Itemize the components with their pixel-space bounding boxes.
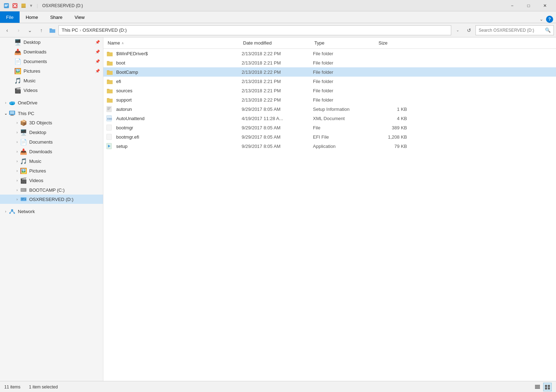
tab-view[interactable]: View xyxy=(68,11,91,23)
sidebar-item-downloads-thispc[interactable]: › 📥 Downloads xyxy=(0,147,103,156)
svg-rect-11 xyxy=(11,115,14,115)
sidebar-item-network[interactable]: › Network xyxy=(0,207,103,216)
file-type-9: EFI File xyxy=(313,134,377,140)
table-row[interactable]: XML AutoUnattend 4/19/2017 11:28 A... XM… xyxy=(103,114,556,123)
table-row[interactable]: boot 2/13/2018 2:21 PM File folder xyxy=(103,58,556,67)
svg-point-18 xyxy=(25,199,26,200)
pin-icon-documents: 📌 xyxy=(95,59,100,64)
sidebar-item-bootcamp[interactable]: › BOOTCAMP (C:) xyxy=(0,185,103,195)
search-box[interactable]: 🔍 xyxy=(475,25,554,35)
table-row[interactable]: support 2/13/2018 2:22 PM File folder xyxy=(103,95,556,104)
svg-rect-38 xyxy=(535,387,540,388)
sidebar-label-videos-thispc: Videos xyxy=(29,178,43,183)
address-dropdown-button[interactable]: ⌄ xyxy=(453,25,463,35)
address-bar: ‹ › ⌄ ↑ This PC › OSXRESERVED (D:) ⌄ ↺ 🔍 xyxy=(0,23,556,37)
sidebar-item-music-quickaccess[interactable]: 🎵 Music xyxy=(0,76,103,86)
quick-access-icon-2[interactable] xyxy=(11,2,19,9)
videos-quickaccess-icon: 🎬 xyxy=(14,87,21,94)
col-header-date[interactable]: Date modified xyxy=(242,37,313,48)
col-header-size[interactable]: Size xyxy=(377,37,413,48)
pictures-quickaccess-icon: 🖼️ xyxy=(14,68,21,74)
downloads-quickaccess-icon: 📥 xyxy=(14,48,21,55)
onedrive-icon xyxy=(9,100,16,105)
file-size-8: 389 KB xyxy=(377,125,413,130)
svg-point-21 xyxy=(11,209,13,211)
table-row[interactable]: efi 2/13/2018 2:21 PM File folder xyxy=(103,77,556,86)
table-row[interactable]: bootmgr.efi 9/29/2017 8:05 AM EFI File 1… xyxy=(103,132,556,141)
sidebar-item-osxreserved[interactable]: › OSXRESERVED (D:) xyxy=(0,195,103,204)
quick-access-icon-3[interactable] xyxy=(20,2,27,9)
sidebar-item-desktop-quickaccess[interactable]: 🖥️ Desktop 📌 xyxy=(0,37,103,47)
window-title: OSXRESERVED (D:) xyxy=(42,3,504,8)
file-size-7: 4 KB xyxy=(377,116,413,121)
table-row[interactable]: autorun 9/29/2017 8:05 AM Setup Informat… xyxy=(103,104,556,114)
minimize-button[interactable]: − xyxy=(504,0,520,11)
ribbon-chevron-icon[interactable]: ⌄ xyxy=(540,17,543,22)
file-size-6: 1 KB xyxy=(377,107,413,112)
desktop-quickaccess-icon: 🖥️ xyxy=(14,39,21,46)
help-button[interactable]: ? xyxy=(546,16,553,23)
table-row[interactable]: BootCamp 2/13/2018 2:22 PM File folder xyxy=(103,67,556,77)
svg-rect-10 xyxy=(10,111,14,114)
file-date-9: 9/29/2017 8:05 AM xyxy=(242,134,313,140)
expand-arrow-documents-thispc: › xyxy=(14,140,20,144)
forward-button[interactable]: › xyxy=(14,25,24,35)
tab-file[interactable]: File xyxy=(0,11,20,23)
quick-access-icon-1[interactable] xyxy=(3,2,10,9)
sidebar-item-downloads-quickaccess[interactable]: 📥 Downloads 📌 xyxy=(0,47,103,57)
sidebar-item-3dobjects[interactable]: › 📦 3D Objects xyxy=(0,118,103,128)
sidebar-item-desktop-thispc[interactable]: › 🖥️ Desktop xyxy=(0,128,103,137)
svg-text:XML: XML xyxy=(107,117,112,120)
path-separator-1: › xyxy=(79,27,81,33)
sidebar-item-pictures-quickaccess[interactable]: 🖼️ Pictures 📌 xyxy=(0,66,103,76)
large-icons-view-button[interactable] xyxy=(543,383,552,391)
sidebar-item-documents-thispc[interactable]: › 📄 Documents xyxy=(0,137,103,147)
file-icon-setup xyxy=(106,143,113,149)
search-input[interactable] xyxy=(479,28,545,33)
sidebar-item-pictures-thispc[interactable]: › 🖼️ Pictures xyxy=(0,166,103,176)
sidebar-item-thispc[interactable]: ⌄ This PC xyxy=(0,109,103,118)
col-name-label: Name xyxy=(108,40,120,46)
svg-point-7 xyxy=(9,102,12,104)
sidebar-item-documents-quickaccess[interactable]: 📄 Documents 📌 xyxy=(0,57,103,66)
tab-share[interactable]: Share xyxy=(44,11,69,23)
expand-arrow-3dobjects: › xyxy=(14,121,20,125)
sidebar-item-videos-thispc[interactable]: › 🎬 Videos xyxy=(0,176,103,185)
col-header-type[interactable]: Type xyxy=(313,37,377,48)
sidebar-item-onedrive[interactable]: › OneDrive xyxy=(0,98,103,107)
refresh-button[interactable]: ↺ xyxy=(464,25,474,35)
sidebar-label-documents-qa: Documents xyxy=(24,59,47,64)
svg-rect-19 xyxy=(21,198,24,199)
svg-rect-4 xyxy=(21,4,26,7)
thispc-icon xyxy=(9,110,16,116)
sidebar-item-videos-quickaccess[interactable]: 🎬 Videos xyxy=(0,86,103,95)
sidebar-item-music-thispc[interactable]: › 🎵 Music xyxy=(0,156,103,166)
col-header-name[interactable]: Name ∧ xyxy=(106,37,242,48)
path-current-drive: OSXRESERVED (D:) xyxy=(83,27,127,33)
address-path[interactable]: This PC › OSXRESERVED (D:) xyxy=(58,25,451,35)
svg-rect-40 xyxy=(545,385,547,387)
recent-button[interactable]: ⌄ xyxy=(25,25,35,35)
pin-icon-desktop: 📌 xyxy=(95,40,100,45)
sidebar-divider-1 xyxy=(0,95,103,98)
file-date-0: 2/13/2018 2:22 PM xyxy=(242,51,313,56)
bootcamp-drive-icon xyxy=(20,187,27,193)
back-button[interactable]: ‹ xyxy=(2,25,12,35)
table-row[interactable]: setup 9/29/2017 8:05 AM Application 79 K… xyxy=(103,141,556,151)
music-quickaccess-icon: 🎵 xyxy=(14,77,21,84)
tab-home[interactable]: Home xyxy=(20,11,44,23)
up-button[interactable]: ↑ xyxy=(36,25,46,35)
svg-rect-20 xyxy=(21,200,23,200)
close-button[interactable]: ✕ xyxy=(537,0,553,11)
maximize-button[interactable]: □ xyxy=(520,0,537,11)
sidebar-label-thispc: This PC xyxy=(18,111,34,116)
music-thispc-icon: 🎵 xyxy=(20,158,27,165)
file-type-5: File folder xyxy=(313,97,377,103)
thispc-children: › 📦 3D Objects › 🖥️ Desktop › 📄 Document… xyxy=(0,118,103,204)
expand-arrow-onedrive: › xyxy=(3,101,9,105)
table-row[interactable]: bootmgr 9/29/2017 8:05 AM File 389 KB xyxy=(103,123,556,132)
main-area: 🖥️ Desktop 📌 📥 Downloads 📌 📄 Documents 📌 xyxy=(0,37,556,381)
table-row[interactable]: sources 2/13/2018 2:21 PM File folder xyxy=(103,86,556,95)
table-row[interactable]: $WinPEDriver$ 2/13/2018 2:22 PM File fol… xyxy=(103,49,556,58)
details-view-button[interactable] xyxy=(533,383,542,391)
